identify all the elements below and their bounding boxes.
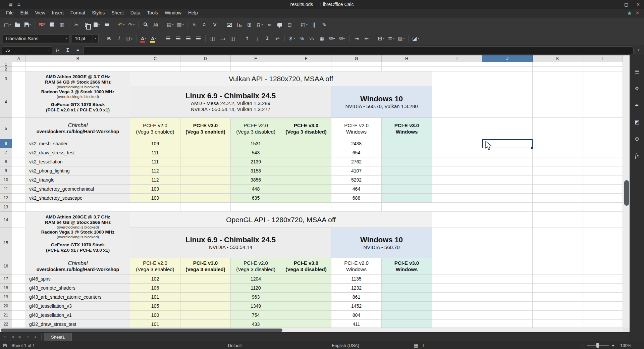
value-cell-pcie3-disabled[interactable] [281, 148, 331, 157]
expand-formula-bar-button[interactable]: ▾ [635, 48, 642, 52]
value-cell-pcie2-enabled[interactable]: 109 [130, 139, 180, 148]
value-cell-pcie2-disabled[interactable]: 1204 [231, 275, 281, 284]
benchmark-name-cell[interactable]: vk2_mesh_shader [26, 139, 130, 148]
show-draw-functions-button[interactable]: ✎ [320, 20, 329, 30]
value-cell-pcie3-windows[interactable] [382, 293, 432, 302]
border-color-button[interactable]: ▨▾ [396, 34, 406, 44]
vertical-scrollbar[interactable] [623, 55, 630, 328]
benchmark-name-cell[interactable]: vk2_tessellation [26, 157, 130, 166]
row-header[interactable]: 2 [0, 67, 12, 71]
column-header-j-selected[interactable]: J [482, 55, 533, 62]
benchmark-name-cell[interactable]: gl40_tessellation_v3 [26, 302, 130, 311]
menu-window[interactable]: Window [161, 9, 185, 17]
value-cell-pcie2-enabled[interactable]: 106 [130, 284, 180, 293]
add-decimal-button[interactable]: 00+ [327, 34, 337, 44]
freeze-panes-button[interactable]: ◰▾ [300, 20, 309, 30]
value-cell-pcie2-disabled[interactable]: 963 [231, 293, 281, 302]
benchmark-name-cell[interactable]: vk2_shadertoy_seascape [26, 194, 130, 203]
column-header-pcie2-windows[interactable]: PCI-E v2.0Windows [331, 258, 382, 275]
value-cell-pcie3-windows[interactable] [382, 311, 432, 320]
save-button[interactable]: ▾ [23, 20, 32, 30]
minimize-button[interactable]: – [614, 2, 616, 7]
value-cell-pcie2-windows[interactable]: 654 [331, 148, 382, 157]
row-header[interactable]: 8 [0, 157, 12, 166]
value-cell-pcie3-windows[interactable] [382, 139, 432, 148]
window-menu-icon[interactable]: ≣ [17, 2, 20, 7]
value-cell-pcie2-windows[interactable]: 464 [331, 185, 382, 194]
value-cell-pcie3-enabled[interactable] [180, 284, 231, 293]
row-header[interactable]: 10 [0, 176, 12, 185]
align-center-button[interactable] [173, 34, 183, 44]
formula-input[interactable] [84, 46, 634, 54]
value-cell-pcie3-disabled[interactable] [281, 311, 331, 320]
unmerge-cells-button[interactable]: ◫ [228, 34, 237, 44]
spelling-button[interactable]: ab [151, 20, 160, 30]
row-header[interactable]: 12 [0, 194, 12, 203]
wrap-text-button[interactable]: ↩ [273, 34, 282, 44]
value-cell-pcie3-enabled[interactable] [180, 302, 231, 311]
value-cell-pcie2-windows[interactable]: 2762 [331, 157, 382, 166]
menu-insert[interactable]: Insert [49, 9, 67, 17]
hardware-info-cell[interactable]: AMD Athlon 200GE @ 3.7 GHz RAM 64 GB @ S… [26, 212, 130, 258]
italic-button[interactable]: I [114, 34, 124, 44]
value-cell-pcie2-windows[interactable]: 1232 [331, 284, 382, 293]
column-header-pcie3-disabled[interactable]: PCI-E v3.0(Vega 3 disabled) [281, 118, 331, 139]
value-cell-pcie3-disabled[interactable] [281, 284, 331, 293]
benchmark-name-cell[interactable]: vk2_draw_stress_test [26, 148, 130, 157]
row-header[interactable]: 19 [0, 293, 12, 302]
first-sheet-button[interactable]: ⇤ [2, 335, 9, 339]
value-cell-pcie3-windows[interactable] [382, 157, 432, 166]
row-header-6-selected[interactable]: 6 [0, 139, 12, 148]
value-cell-pcie2-windows[interactable]: 1452 [331, 302, 382, 311]
column-header-pcie2-disabled[interactable]: PCI-E v2.0(Vega 3 disabled) [231, 258, 281, 275]
benchmark-name-cell[interactable]: gl43_arb_shader_atomic_counters [26, 293, 130, 302]
align-justify-button[interactable] [194, 34, 203, 44]
zoom-in-button[interactable]: + [612, 341, 614, 349]
vulkan-windows-header-cell[interactable]: Windows 10 NVIDIA - 560.70, Vulkan 1.3.2… [331, 86, 432, 118]
sidebar-settings-icon[interactable]: ☰ [633, 67, 641, 76]
value-cell-pcie3-disabled[interactable] [281, 302, 331, 311]
benchmark-name-cell[interactable]: gl40_tessellation_v1 [26, 311, 130, 320]
value-cell-pcie3-enabled[interactable] [180, 275, 231, 284]
benchmark-name-cell[interactable]: vk2_triangle [26, 176, 130, 185]
row-header[interactable]: 18 [0, 284, 12, 293]
column-header-l[interactable]: L [583, 55, 623, 62]
menu-edit[interactable]: Edit [17, 9, 32, 17]
navigator-icon[interactable]: ⊕ [633, 135, 641, 143]
value-cell-pcie3-windows[interactable] [382, 166, 432, 176]
value-cell-pcie2-enabled[interactable]: 111 [130, 148, 180, 157]
value-cell-pcie2-enabled[interactable]: 101 [130, 320, 180, 328]
value-cell-pcie2-enabled[interactable]: 101 [130, 293, 180, 302]
paste-button[interactable]: ▾ [92, 20, 101, 30]
column-header-h[interactable]: H [382, 55, 432, 62]
headers-footers-button[interactable]: ⊟ [285, 20, 294, 30]
row-header[interactable]: 17 [0, 275, 12, 284]
increase-indent-button[interactable]: ⇥ [352, 34, 361, 44]
menu-help[interactable]: Help [185, 9, 201, 17]
value-cell-pcie3-enabled[interactable] [180, 148, 231, 157]
value-cell-pcie3-enabled[interactable] [180, 176, 231, 185]
value-cell-pcie3-enabled[interactable] [180, 293, 231, 302]
close-button[interactable]: ✕ [636, 2, 640, 7]
benchmark-name-cell[interactable]: vk2_phong_lighting [26, 166, 130, 176]
column-header-f[interactable]: F [281, 55, 331, 62]
column-header-e[interactable]: E [231, 55, 281, 62]
row-header[interactable]: 22 [0, 320, 12, 328]
selected-cell-j6[interactable] [482, 139, 533, 148]
column-header-pcie3-windows[interactable]: PCI-E v3.0Windows [382, 258, 432, 275]
zoom-out-button[interactable]: – [581, 341, 584, 349]
value-cell-pcie2-enabled[interactable]: 109 [130, 185, 180, 194]
column-header-b[interactable]: B [26, 55, 130, 62]
close-document-button[interactable]: ✕ [636, 10, 639, 15]
horizontal-scrollbar-thumb[interactable] [1, 329, 282, 332]
value-cell-pcie3-windows[interactable] [382, 275, 432, 284]
value-cell-pcie3-windows[interactable] [382, 176, 432, 185]
pivot-table-button[interactable]: ⊞ [245, 20, 254, 30]
row-header[interactable]: 4 [0, 86, 12, 118]
delete-decimal-button[interactable]: 00− [337, 34, 347, 44]
opengl-section-title-cell[interactable]: OpenGL API - 1280x720, MSAA off [130, 212, 432, 228]
column-header-pcie2-enabled[interactable]: PCI-E v2.0(Vega 3 enabled) [130, 118, 180, 139]
find-replace-button[interactable] [141, 20, 150, 30]
maximize-button[interactable]: ▢ [624, 2, 628, 7]
decrease-indent-button[interactable]: ⇤ [362, 34, 371, 44]
